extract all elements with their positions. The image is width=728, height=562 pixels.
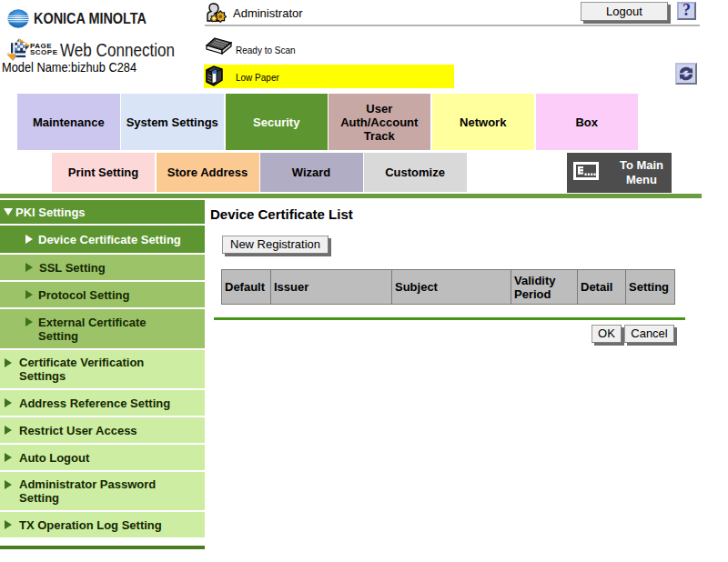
svg-text:Web Connection: Web Connection <box>60 39 175 60</box>
svg-text:KONICA MINOLTA: KONICA MINOLTA <box>34 10 147 27</box>
